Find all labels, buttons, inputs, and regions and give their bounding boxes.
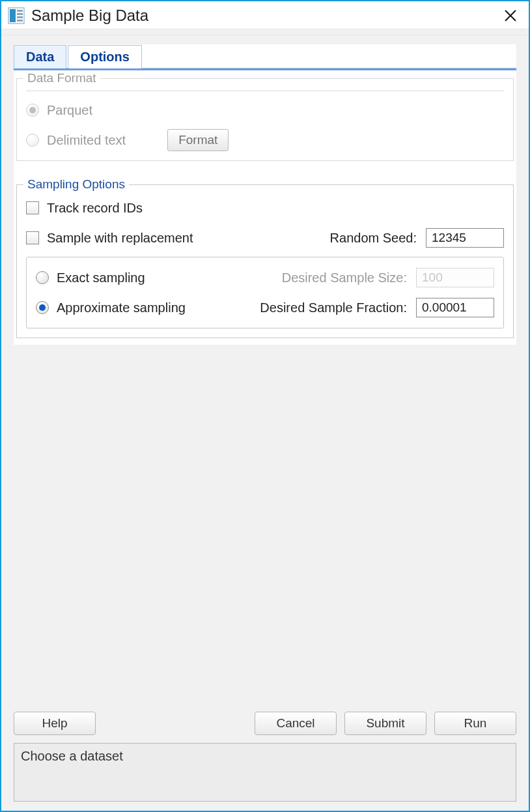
label-delimited: Delimited text bbox=[47, 133, 126, 148]
close-icon bbox=[504, 9, 517, 22]
titlebar: Sample Big Data bbox=[1, 1, 529, 29]
close-button[interactable] bbox=[500, 5, 521, 26]
client-area: Data Options Data Format Parquet Delimit… bbox=[1, 35, 529, 811]
legend-data-format: Data Format bbox=[23, 71, 100, 85]
field-desired-size: Desired Sample Size: bbox=[282, 268, 494, 287]
radio-delimited[interactable] bbox=[26, 134, 39, 147]
row-replacement: Sample with replacement Random Seed: bbox=[26, 227, 504, 249]
footer-buttons: Help Cancel Submit Run bbox=[14, 703, 516, 735]
label-track-ids: Track record IDs bbox=[47, 201, 143, 216]
input-desired-fraction[interactable] bbox=[416, 298, 494, 317]
cancel-button[interactable]: Cancel bbox=[255, 712, 337, 735]
help-button[interactable]: Help bbox=[14, 712, 96, 735]
label-replacement: Sample with replacement bbox=[47, 231, 193, 246]
tab-panel-data: Data Format Parquet Delimited text Forma… bbox=[14, 70, 516, 345]
svg-rect-2 bbox=[17, 10, 23, 12]
field-desired-fraction: Desired Sample Fraction: bbox=[260, 298, 494, 317]
row-delimited: Delimited text Format bbox=[26, 129, 504, 151]
format-button[interactable]: Format bbox=[167, 129, 229, 151]
input-random-seed[interactable] bbox=[426, 228, 504, 248]
radio-exact[interactable] bbox=[36, 271, 49, 284]
menu-band bbox=[1, 29, 529, 35]
run-button[interactable]: Run bbox=[434, 712, 516, 735]
label-desired-fraction: Desired Sample Fraction: bbox=[260, 300, 407, 315]
row-parquet: Parquet bbox=[26, 99, 504, 121]
radio-parquet[interactable] bbox=[26, 104, 39, 117]
status-box: Choose a dataset bbox=[14, 743, 516, 802]
status-message: Choose a dataset bbox=[21, 749, 123, 763]
svg-rect-3 bbox=[17, 13, 23, 15]
row-track-ids: Track record IDs bbox=[26, 197, 504, 219]
checkbox-replacement[interactable] bbox=[26, 231, 39, 244]
titlebar-left: Sample Big Data bbox=[8, 7, 148, 25]
label-desired-size: Desired Sample Size: bbox=[282, 270, 407, 285]
group-sampling-options: Sampling Options Track record IDs Sample… bbox=[16, 184, 514, 338]
field-random-seed: Random Seed: bbox=[330, 228, 504, 248]
group-data-format: Data Format Parquet Delimited text Forma… bbox=[16, 78, 514, 161]
app-icon bbox=[8, 7, 25, 24]
checkbox-track-ids[interactable] bbox=[26, 201, 39, 214]
tab-data[interactable]: Data bbox=[14, 45, 66, 68]
tab-options[interactable]: Options bbox=[68, 45, 142, 68]
tabs-row: Data Options bbox=[14, 44, 516, 68]
svg-rect-4 bbox=[17, 16, 23, 18]
dialog-page: Data Options Data Format Parquet Delimit… bbox=[14, 44, 516, 345]
svg-rect-1 bbox=[10, 9, 16, 22]
label-parquet: Parquet bbox=[47, 103, 92, 118]
submit-button[interactable]: Submit bbox=[344, 712, 426, 735]
legend-sampling: Sampling Options bbox=[23, 177, 129, 192]
frame-sampling-type: Exact sampling Desired Sample Size: Appr… bbox=[26, 257, 504, 328]
row-exact: Exact sampling Desired Sample Size: bbox=[36, 267, 494, 289]
svg-rect-5 bbox=[17, 20, 23, 22]
window-title: Sample Big Data bbox=[31, 7, 148, 25]
input-desired-size[interactable] bbox=[416, 268, 494, 287]
row-approx: Approximate sampling Desired Sample Frac… bbox=[36, 297, 494, 319]
data-format-divider bbox=[26, 91, 504, 91]
label-random-seed: Random Seed: bbox=[330, 231, 417, 246]
label-exact: Exact sampling bbox=[57, 270, 145, 285]
label-approx: Approximate sampling bbox=[57, 300, 186, 315]
radio-approx[interactable] bbox=[36, 301, 49, 314]
